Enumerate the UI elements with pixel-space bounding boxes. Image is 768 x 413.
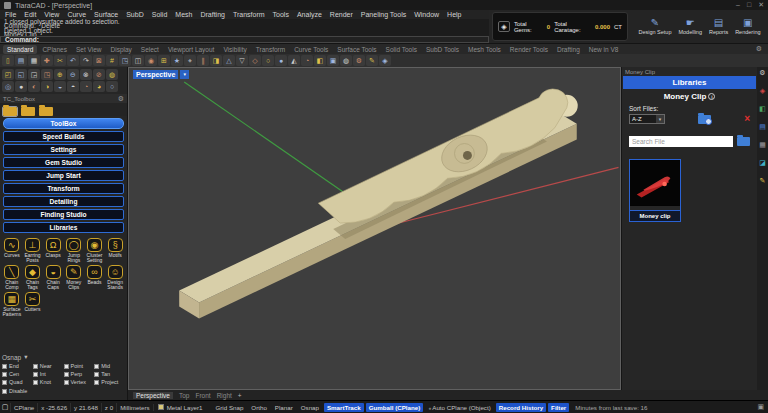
toolbar-icon[interactable]: # [106,55,118,66]
side-toolbar-icon[interactable]: ◰ [2,69,14,80]
cplane-field[interactable]: CPlane [10,403,37,412]
folder-tab-icon[interactable] [3,107,17,116]
osnap-perp[interactable]: Perp [64,371,94,377]
toolbar-icon[interactable]: ▯ [2,55,14,66]
toolbar-icon[interactable]: ▣ [327,55,339,66]
osnap-int[interactable]: Int [33,371,63,377]
toolbar-icon[interactable]: ◧ [314,55,326,66]
toolbar-icon[interactable]: ⊠ [93,55,105,66]
side-toolbar-icon[interactable]: ◒ [54,81,66,92]
new-viewport-tab-button[interactable]: + [238,392,242,399]
viewport-tab-right[interactable]: Right [217,392,232,399]
checkbox[interactable] [2,372,7,377]
toolbar-icon[interactable]: ⚙ [353,55,365,66]
gear-icon[interactable]: ⚙ [759,69,765,77]
side-toolbar-icon[interactable]: ◔ [80,81,92,92]
panel-tab-icon[interactable]: ◈ [760,87,765,95]
gear-icon[interactable]: ⚙ [118,95,124,103]
viewport-tab-top[interactable]: Top [179,392,189,399]
osnap-project[interactable]: Project [94,379,124,385]
library-item-jump-rings[interactable]: ◯ Jump Rings [64,238,84,264]
panel-tab-icon[interactable]: ◧ [759,105,766,113]
tab-new-in-v8[interactable]: New in V8 [585,45,623,54]
menu-analyze[interactable]: Analyze [297,11,322,18]
library-item-chain-caps[interactable]: ◒ Chain Caps [43,265,63,291]
checkbox[interactable] [94,364,99,369]
toolbar-icon[interactable]: ∥ [197,55,209,66]
panel-tab-icon[interactable]: ▦ [759,141,766,149]
chevron-down-icon[interactable]: ▾ [24,353,27,361]
viewport-tab-front[interactable]: Front [195,392,210,399]
menu-file[interactable]: File [5,11,16,18]
transform-button[interactable]: Transform [3,183,124,194]
library-item-curves[interactable]: ∿ Curves [2,238,22,264]
library-item-chain-tags[interactable]: ◆ Chain Tags [23,265,43,291]
toolbar-icon[interactable]: ◳ [119,55,131,66]
menu-tools[interactable]: Tools [273,11,289,18]
library-item-chain-comp[interactable]: ╲ Chain Comp [2,265,22,291]
sort-files-dropdown[interactable]: A-Z ▾ [629,114,665,124]
import-folder-icon[interactable] [698,115,711,124]
side-toolbar-icon[interactable]: ● [15,81,27,92]
library-item-cluster-setting[interactable]: ◉ Cluster Setting [85,238,105,264]
notifications-icon[interactable]: ▣ [757,403,764,411]
side-toolbar-icon[interactable]: ◍ [106,69,118,80]
osnap-tan[interactable]: Tan [94,371,124,377]
panel-tab-icon[interactable]: ◪ [759,159,766,167]
menu-surface[interactable]: Surface [94,11,118,18]
osnap-mid[interactable]: Mid [94,363,124,369]
toolbar-icon[interactable]: ○ [262,55,274,66]
osnap-knot[interactable]: Knot [33,379,63,385]
side-toolbar-icon[interactable]: ◑ [41,81,53,92]
browse-folder-icon[interactable] [737,137,750,146]
toolbar-icon[interactable]: ◫ [132,55,144,66]
toolbar-icon[interactable]: ◈ [379,55,391,66]
info-icon[interactable]: i [708,93,715,100]
side-toolbar-icon[interactable]: ◎ [2,81,14,92]
osnap-end[interactable]: End [2,363,32,369]
library-item-motifs[interactable]: § Motifs [105,238,125,264]
checkbox[interactable] [2,380,7,385]
side-toolbar-icon[interactable]: ◳ [41,69,53,80]
delete-icon[interactable]: × [744,114,750,124]
toolbar-gear-icon[interactable]: ⚙ [756,45,762,53]
library-item-beads[interactable]: ∞ Beads [85,265,105,291]
checkbox[interactable] [94,380,99,385]
checkbox[interactable] [2,364,7,369]
osnap-near[interactable]: Near [33,363,63,369]
side-toolbar-icon[interactable]: ◕ [93,81,105,92]
libraries-button[interactable]: Libraries [3,222,124,233]
toolbar-icon[interactable]: ◔ [301,55,313,66]
tab-standard[interactable]: Standard [3,45,37,54]
folder-tab-icon[interactable] [21,107,35,116]
minimize-button[interactable]: – [736,1,740,9]
reports-button[interactable]: ▤ Reports [709,18,728,35]
toolbar-icon[interactable]: ✚ [41,55,53,66]
checkbox[interactable] [64,380,69,385]
chevron-down-icon[interactable]: ▾ [656,115,664,123]
library-item-earring-posts[interactable]: ⊥ Earring Posts [23,238,43,264]
maximize-button[interactable]: □ [747,1,751,9]
tab-solid-tools[interactable]: Solid Tools [382,45,421,54]
library-item-money-clips[interactable]: ✎ Money Clips [64,265,84,291]
tab-mesh-tools[interactable]: Mesh Tools [464,45,505,54]
layer-field[interactable]: Metal Layer1 [153,404,207,411]
tab-select[interactable]: Select [137,45,163,54]
tab-cplanes[interactable]: CPlanes [38,45,71,54]
modelling-button[interactable]: ☛ Modelling [678,18,702,35]
menu-edit[interactable]: Edit [24,11,36,18]
library-item-surface-patterns[interactable]: ▦ Surface Patterns [2,292,22,318]
command-prompt[interactable]: Command: [0,36,489,43]
toolbar-icon[interactable]: ● [275,55,287,66]
toolbar-icon[interactable]: ✂ [54,55,66,66]
design-setup-button[interactable]: ✎ Design Setup [638,18,671,35]
speed-builds-button[interactable]: Speed Builds [3,131,124,142]
tab-drafting[interactable]: Drafting [553,45,584,54]
filter-toggle[interactable]: Filter [548,403,569,412]
side-toolbar-icon[interactable]: ⊕ [54,69,66,80]
tab-render-tools[interactable]: Render Tools [506,45,552,54]
viewport-tab-perspective[interactable]: Perspective [133,392,173,399]
menu-view[interactable]: View [44,11,59,18]
auto-cplane-toggle[interactable]: ●Auto CPlane (Object) [425,403,494,412]
tab-transform[interactable]: Transform [252,45,289,54]
